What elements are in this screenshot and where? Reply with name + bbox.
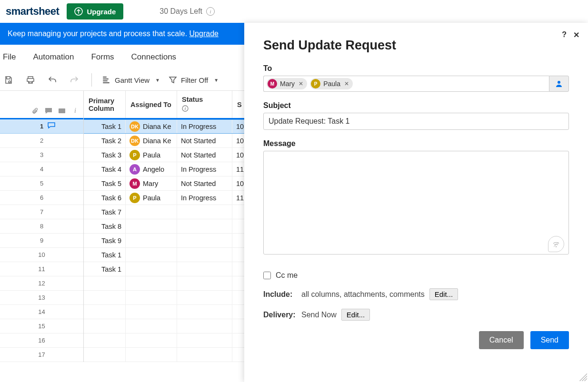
- view-selector[interactable]: Gantt View ▼: [102, 76, 160, 84]
- cc-me-row[interactable]: Cc me: [263, 271, 569, 280]
- cell-status[interactable]: [177, 305, 232, 319]
- row-number[interactable]: 2: [0, 134, 83, 148]
- cell-primary[interactable]: Task 1: [84, 120, 126, 133]
- info-icon[interactable]: i: [182, 105, 189, 113]
- cell-assigned[interactable]: PPaula: [126, 191, 177, 205]
- cell-assigned[interactable]: [126, 219, 177, 233]
- comment-indicator-icon[interactable]: [48, 122, 55, 130]
- remove-recipient-icon[interactable]: ✕: [344, 80, 349, 87]
- cancel-button[interactable]: Cancel: [479, 331, 524, 349]
- row-number[interactable]: 1: [0, 119, 83, 134]
- cell-status[interactable]: [177, 319, 232, 333]
- cell-status[interactable]: Not Started: [177, 176, 232, 190]
- attachment-icon[interactable]: [31, 107, 40, 115]
- menu-connections[interactable]: Connections: [131, 52, 177, 62]
- row-number[interactable]: 3: [0, 148, 83, 162]
- row-number[interactable]: 9: [0, 234, 83, 248]
- cell-primary[interactable]: Task 6: [84, 191, 126, 205]
- row-number[interactable]: 8: [0, 219, 83, 234]
- cell-primary[interactable]: Task 1: [84, 248, 126, 262]
- row-number[interactable]: 16: [0, 333, 83, 348]
- cell-status[interactable]: [177, 291, 232, 304]
- cell-primary[interactable]: Task 4: [84, 162, 126, 176]
- cell-status[interactable]: In Progress: [177, 120, 232, 133]
- help-icon[interactable]: ?: [562, 30, 567, 39]
- remove-recipient-icon[interactable]: ✕: [299, 80, 303, 87]
- cell-assigned[interactable]: [126, 205, 177, 219]
- column-assigned[interactable]: Assigned To: [126, 91, 177, 118]
- cell-assigned[interactable]: [126, 305, 177, 319]
- recipient-chip[interactable]: PPaula✕: [310, 78, 353, 89]
- cell-status[interactable]: [177, 219, 232, 233]
- upgrade-button[interactable]: Upgrade: [67, 3, 123, 20]
- cell-primary[interactable]: [84, 305, 126, 319]
- row-number[interactable]: 4: [0, 162, 83, 176]
- redo-icon[interactable]: [68, 73, 81, 87]
- cell-status[interactable]: [177, 348, 232, 362]
- cell-assigned[interactable]: [126, 333, 177, 347]
- print-icon[interactable]: [24, 73, 37, 87]
- cell-primary[interactable]: [84, 319, 126, 333]
- send-button[interactable]: Send: [530, 331, 569, 349]
- row-number[interactable]: 7: [0, 205, 83, 219]
- column-status[interactable]: Status i: [177, 91, 232, 118]
- cell-status[interactable]: [177, 262, 232, 276]
- row-number[interactable]: 17: [0, 348, 83, 362]
- to-field[interactable]: MMary✕PPaula✕: [263, 76, 549, 92]
- cell-status[interactable]: [177, 276, 232, 290]
- cell-status[interactable]: Not Started: [177, 148, 232, 162]
- cell-status[interactable]: Not Started: [177, 134, 232, 147]
- cell-assigned[interactable]: DKDiana Ke: [126, 120, 177, 133]
- cell-primary[interactable]: Task 7: [84, 205, 126, 219]
- cell-primary[interactable]: Task 8: [84, 219, 126, 233]
- contact-picker-button[interactable]: [549, 76, 569, 92]
- row-number[interactable]: 15: [0, 319, 83, 333]
- menu-automation[interactable]: Automation: [33, 52, 74, 62]
- proof-icon[interactable]: [58, 107, 66, 115]
- cc-me-checkbox[interactable]: [263, 272, 271, 279]
- menu-file[interactable]: File: [3, 52, 16, 62]
- row-number[interactable]: 6: [0, 191, 83, 205]
- row-number[interactable]: 14: [0, 305, 83, 319]
- cell-status[interactable]: In Progress: [177, 191, 232, 205]
- row-number[interactable]: 5: [0, 176, 83, 191]
- cell-primary[interactable]: Task 5: [84, 176, 126, 190]
- cell-primary[interactable]: Task 2: [84, 134, 126, 147]
- cell-status[interactable]: In Progress: [177, 162, 232, 176]
- cell-primary[interactable]: [84, 348, 126, 362]
- recipient-chip[interactable]: MMary✕: [267, 78, 307, 89]
- menu-forms[interactable]: Forms: [91, 52, 114, 62]
- info-icon[interactable]: i: [206, 7, 215, 16]
- close-icon[interactable]: ✕: [573, 30, 579, 39]
- cell-primary[interactable]: Task 9: [84, 234, 126, 247]
- cell-assigned[interactable]: [126, 291, 177, 304]
- cell-status[interactable]: [177, 333, 232, 347]
- delivery-edit-button[interactable]: Edit...: [341, 309, 370, 321]
- cell-status[interactable]: [177, 205, 232, 219]
- cell-assigned[interactable]: [126, 348, 177, 362]
- row-number[interactable]: 10: [0, 248, 83, 262]
- include-edit-button[interactable]: Edit...: [429, 288, 458, 300]
- cell-primary[interactable]: [84, 333, 126, 347]
- column-primary[interactable]: Primary Column: [84, 91, 126, 118]
- row-number[interactable]: 12: [0, 276, 83, 291]
- save-icon[interactable]: [2, 73, 15, 87]
- cell-primary[interactable]: [84, 276, 126, 290]
- cell-primary[interactable]: Task 1: [84, 262, 126, 276]
- message-textarea[interactable]: [263, 151, 569, 255]
- cell-assigned[interactable]: [126, 319, 177, 333]
- cell-assigned[interactable]: [126, 262, 177, 276]
- banner-upgrade-link[interactable]: Upgrade: [189, 29, 219, 38]
- cell-assigned[interactable]: MMary: [126, 176, 177, 190]
- cell-assigned[interactable]: [126, 276, 177, 290]
- cell-assigned[interactable]: DKDiana Ke: [126, 134, 177, 147]
- cell-assigned[interactable]: PPaula: [126, 148, 177, 162]
- comment-icon[interactable]: [44, 107, 53, 115]
- cell-assigned[interactable]: [126, 248, 177, 262]
- cell-assigned[interactable]: [126, 234, 177, 247]
- row-number[interactable]: 13: [0, 291, 83, 305]
- cell-assigned[interactable]: AAngelo: [126, 162, 177, 176]
- filter-selector[interactable]: Filter Off ▼: [169, 76, 219, 84]
- cell-status[interactable]: [177, 248, 232, 262]
- row-info-icon[interactable]: i: [71, 107, 80, 115]
